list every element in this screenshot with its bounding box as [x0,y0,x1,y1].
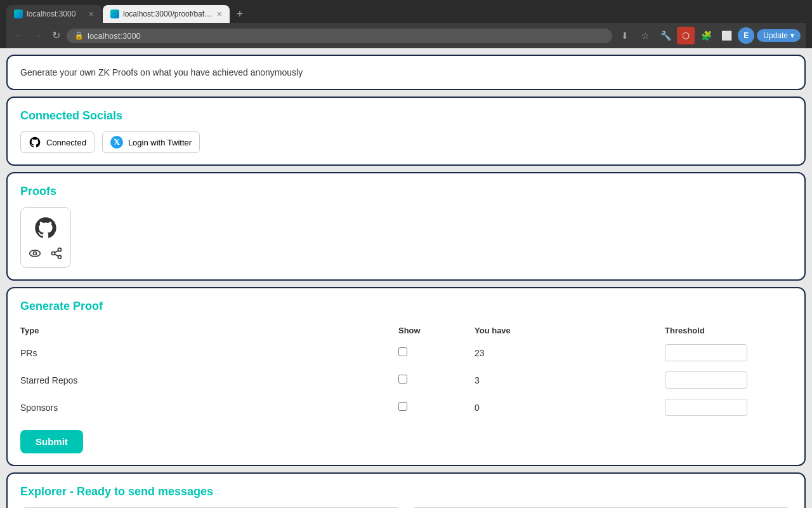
proof-show-2 [398,394,475,421]
threshold-input-1[interactable] [665,371,747,389]
toolbar-icons: ⬇ ☆ 🔧 ⬡ 🧩 ⬜ E Update ▾ [616,27,801,44]
explorer-title: Explorer - Ready to send messages [20,485,792,498]
intro-text: Generate your own ZK Proofs on what you … [20,67,792,77]
svg-point-4 [58,255,62,258]
proof-show-0 [398,339,475,366]
page-content: Generate your own ZK Proofs on what you … [0,48,812,508]
proof-you-have-1: 3 [475,366,665,394]
github-connected-button[interactable]: Connected [20,131,95,153]
proof-threshold-2 [665,394,792,421]
new-tab-button[interactable]: + [231,5,249,23]
table-row: Starred Repos3 [20,366,792,394]
svg-point-2 [58,248,62,251]
view-icon[interactable] [29,247,41,260]
proof-you-have-0: 23 [475,339,665,366]
chevron-down-icon: ▾ [790,31,794,40]
tab-2-close[interactable]: × [217,10,222,18]
generate-proof-card: Generate Proof Type Show You have Thresh… [6,287,806,466]
svg-line-6 [55,250,58,252]
generate-proof-title: Generate Proof [20,300,792,313]
profile-button[interactable]: E [738,27,754,44]
address-bar-row: ← → ↻ 🔒 localhost:3000 ⬇ ☆ 🔧 ⬡ 🧩 ⬜ E Upd… [6,23,806,48]
proof-show-1 [398,366,475,394]
address-bar[interactable]: 🔒 localhost:3000 [67,29,612,43]
col-threshold: Threshold [665,322,792,339]
tab-bar: localhost:3000 × localhost:3000/proof/ba… [6,5,806,23]
tab-1-title: localhost:3000 [27,10,85,18]
proofs-card: Proofs [6,172,806,281]
proof-type-1: Starred Repos [20,366,398,394]
svg-line-5 [55,254,58,256]
svg-point-1 [34,252,37,255]
col-show: Show [398,322,475,339]
show-checkbox-1[interactable] [398,375,407,384]
col-type: Type [20,322,398,339]
proof-github-icon [33,215,58,241]
proof-threshold-0 [665,339,792,366]
split-view-icon[interactable]: ⬜ [717,27,735,44]
threshold-input-2[interactable] [665,399,747,416]
browser-chrome: localhost:3000 × localhost:3000/proof/ba… [0,0,812,48]
back-button[interactable]: ← [11,29,27,42]
reload-button[interactable]: ↻ [49,29,63,42]
proof-you-have-2: 0 [475,394,665,421]
address-text: localhost:3000 [88,31,141,41]
socials-row: Connected 𝕏 Login with Twitter [20,131,792,153]
extensions-icon[interactable]: 🧩 [697,27,715,44]
connected-socials-title: Connected Socials [20,109,792,123]
threshold-input-0[interactable] [665,344,747,361]
twitter-login-label: Login with Twitter [128,138,192,147]
proof-threshold-1 [665,366,792,394]
github-connected-label: Connected [46,138,86,147]
extension-icon-2[interactable]: ⬡ [677,27,695,44]
tab-2-title: localhost:3000/proof/bafybeih... [123,10,213,18]
twitter-icon: 𝕏 [110,136,123,149]
submit-button[interactable]: Submit [20,430,83,453]
connected-socials-card: Connected Socials Connected 𝕏 Login with… [6,97,806,166]
intro-card: Generate your own ZK Proofs on what you … [6,55,806,90]
table-row: PRs23 [20,339,792,366]
tab-2[interactable]: localhost:3000/proof/bafybeih... × [103,5,230,23]
proof-table: Type Show You have Threshold PRs23Starre… [20,322,792,421]
svg-point-0 [30,250,41,257]
col-you-have: You have [475,322,665,339]
svg-point-3 [52,252,55,255]
proofs-title: Proofs [20,185,792,198]
bookmark-icon[interactable]: ☆ [636,27,654,44]
twitter-login-button[interactable]: 𝕏 Login with Twitter [102,131,200,153]
explorer-card: Explorer - Ready to send messages 0xf2..… [6,472,806,508]
proof-type-2: Sponsors [20,394,398,421]
forward-button[interactable]: → [30,29,46,42]
download-icon[interactable]: ⬇ [616,27,634,44]
show-checkbox-2[interactable] [398,402,407,411]
tab-2-favicon [110,10,119,18]
proof-action-icons [29,247,63,260]
github-icon [29,136,41,149]
extension-icon-1[interactable]: 🔧 [657,27,674,44]
update-button[interactable]: Update ▾ [757,29,801,42]
proof-type-0: PRs [20,339,398,366]
proof-item-github[interactable] [20,207,71,268]
table-row: Sponsors0 [20,394,792,421]
tab-1-favicon [14,10,23,18]
tab-1[interactable]: localhost:3000 × [6,5,102,23]
tab-1-close[interactable]: × [89,10,94,18]
share-icon[interactable] [50,247,63,260]
show-checkbox-0[interactable] [398,347,407,356]
lock-icon: 🔒 [74,31,84,40]
